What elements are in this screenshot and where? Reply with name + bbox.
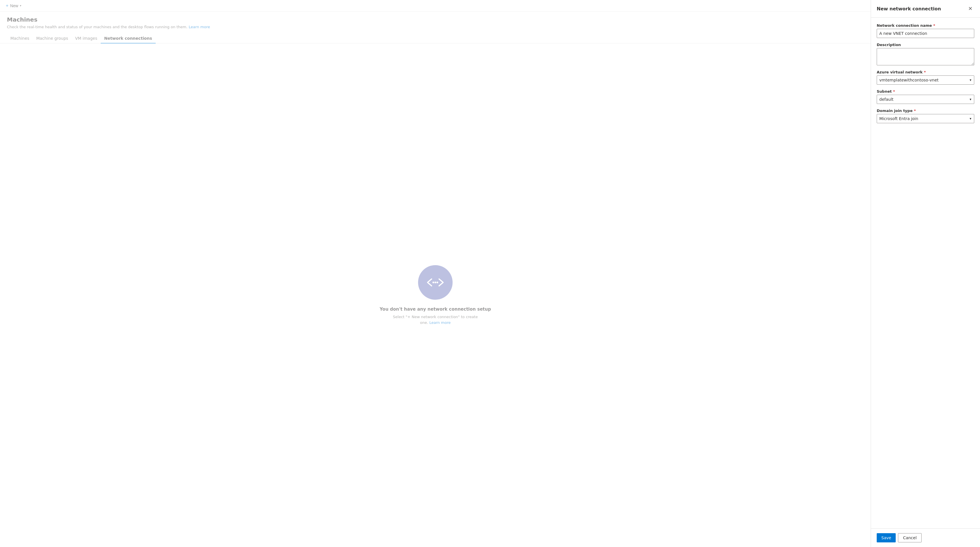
side-panel-body: Network connection name * Description Az…	[871, 18, 980, 528]
learn-more-link[interactable]: Learn more	[189, 25, 210, 29]
side-panel: New network connection ✕ Network connect…	[871, 0, 980, 547]
field-name: Network connection name *	[877, 23, 974, 38]
field-azure-vnet: Azure virtual network * vmtemplatewithco…	[877, 70, 974, 85]
description-input[interactable]	[877, 48, 974, 65]
tab-vm-images[interactable]: VM images	[72, 33, 101, 43]
cancel-button[interactable]: Cancel	[898, 533, 921, 542]
field-domain-join-type: Domain join type * Microsoft Entra join …	[877, 108, 974, 123]
field-description: Description	[877, 43, 974, 65]
tab-machines[interactable]: Machines	[7, 33, 33, 43]
network-connection-name-input[interactable]	[877, 29, 974, 38]
toolbar: + New ▾	[0, 0, 871, 11]
domain-join-type-wrapper: Microsoft Entra join ▾	[877, 114, 974, 123]
empty-state-icon	[418, 265, 453, 300]
subnet-select[interactable]: default	[877, 95, 974, 104]
field-subnet: Subnet * default ▾	[877, 89, 974, 104]
required-asterisk: *	[893, 89, 895, 94]
page-title: Machines	[7, 16, 864, 23]
required-asterisk: *	[924, 70, 926, 74]
field-name-label: Network connection name *	[877, 23, 974, 28]
new-button-label: New	[10, 3, 18, 8]
field-domain-join-type-label: Domain join type *	[877, 108, 974, 113]
azure-vnet-select[interactable]: vmtemplatewithcontoso-vnet	[877, 75, 974, 85]
network-icon	[425, 277, 445, 288]
required-asterisk: *	[914, 108, 916, 113]
empty-learn-more-link[interactable]: Learn more	[429, 321, 450, 325]
subnet-wrapper: default ▾	[877, 95, 974, 104]
field-subnet-label: Subnet *	[877, 89, 974, 94]
empty-state-title: You don't have any network connection se…	[380, 306, 491, 312]
side-panel-title: New network connection	[877, 6, 941, 11]
new-button[interactable]: + New ▾	[3, 2, 24, 10]
tabs-nav: Machines Machine groups VM images Networ…	[0, 33, 871, 43]
close-button[interactable]: ✕	[966, 5, 974, 13]
save-button[interactable]: Save	[877, 533, 896, 542]
plus-icon: +	[6, 3, 8, 8]
side-panel-footer: Save Cancel	[871, 528, 980, 547]
field-azure-vnet-label: Azure virtual network *	[877, 70, 974, 74]
azure-vnet-wrapper: vmtemplatewithcontoso-vnet ▾	[877, 75, 974, 85]
field-description-label: Description	[877, 43, 974, 47]
required-asterisk: *	[933, 23, 935, 28]
page-header: Machines Check the real-time health and …	[0, 11, 871, 33]
empty-state-description: Select "+ New network connection" to cre…	[389, 314, 481, 325]
tab-machine-groups[interactable]: Machine groups	[33, 33, 72, 43]
side-panel-header: New network connection ✕	[871, 0, 980, 18]
svg-point-2	[436, 282, 438, 283]
chevron-down-icon: ▾	[20, 4, 21, 7]
domain-join-type-select[interactable]: Microsoft Entra join	[877, 114, 974, 123]
page-subtitle: Check the real-time health and status of…	[7, 25, 864, 29]
svg-point-1	[434, 282, 436, 283]
empty-state: You don't have any network connection se…	[0, 43, 871, 547]
tab-network-connections[interactable]: Network connections	[101, 33, 156, 43]
svg-point-0	[433, 282, 434, 283]
